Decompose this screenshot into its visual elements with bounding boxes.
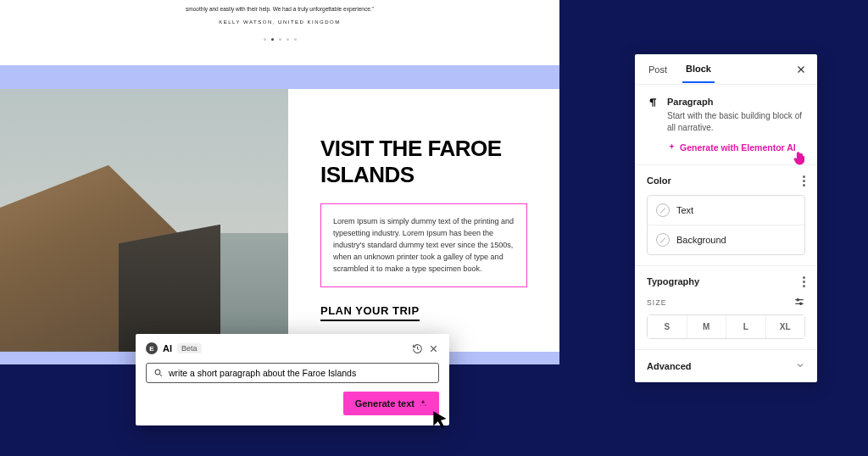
svg-point-0 [155,370,160,375]
paragraph-block-selected[interactable]: Lorem Ipsum is simply dummy text of the … [320,203,527,288]
block-name: Paragraph [667,97,805,107]
advanced-title: Advanced [647,361,692,371]
color-text-option[interactable]: Text [648,196,804,225]
history-icon[interactable] [412,343,423,354]
color-background-option[interactable]: Background [648,225,804,254]
size-segmented: S M L XL [647,314,805,339]
svg-point-1 [425,404,426,405]
hero-title: VISIT THE FAROE ISLANDS [320,136,527,188]
color-section: Color Text Background [635,165,817,266]
hero-section: VISIT THE FAROE ISLANDS Lorem Ipsum is s… [0,89,559,352]
size-xl[interactable]: XL [766,315,805,338]
plan-trip-link[interactable]: PLAN YOUR TRIP [320,304,420,321]
beta-badge: Beta [177,343,202,353]
close-icon[interactable] [428,343,439,354]
testimonial-text: smoothly and easily with their help. We … [68,5,492,14]
svg-point-2 [420,405,421,406]
size-label: SIZE [647,298,667,307]
color-title: Color [647,175,671,186]
ai-prompt-input-wrap[interactable] [146,363,439,383]
color-more-icon[interactable] [803,175,805,186]
advanced-section[interactable]: Advanced [635,350,817,382]
cursor-arrow-icon [430,409,452,434]
testimonial-author: KELLY WATSON, UNITED KINGDOM [68,19,492,27]
swatch-none-icon [656,203,670,217]
size-s[interactable]: S [648,315,687,338]
generate-with-ai-link[interactable]: Generate with Elementor AI [667,142,796,153]
tab-post[interactable]: Post [645,56,670,82]
search-icon [153,368,164,378]
tab-block[interactable]: Block [682,55,715,83]
panel-tabs: Post Block [635,54,817,85]
generate-text-button[interactable]: Generate text [343,392,439,415]
editor-canvas: smoothly and easily with their help. We … [0,0,559,364]
ai-prompt-input[interactable] [169,368,431,378]
slider-icon[interactable] [793,296,805,309]
swatch-none-icon [656,233,670,247]
testimonial-block: smoothly and easily with their help. We … [0,0,559,65]
chevron-down-icon [795,360,805,372]
block-info: Paragraph Start with the basic building … [635,85,817,165]
sparkle-icon [667,143,676,153]
size-m[interactable]: M [687,315,727,338]
svg-point-3 [797,298,798,300]
hero-image [0,89,288,352]
generate-text-label: Generate text [355,398,415,409]
sparkle-icon [419,399,427,408]
block-description: Start with the basic building block of a… [667,110,805,134]
hero-content: VISIT THE FAROE ISLANDS Lorem Ipsum is s… [288,89,559,352]
block-settings-panel: Post Block Paragraph Start with the basi… [635,54,817,382]
ai-prompt-panel: E AI Beta Generate text [136,334,449,425]
typography-section: Typography SIZE S M L XL [635,266,817,350]
typography-more-icon[interactable] [803,276,805,287]
color-bg-label: Background [676,235,726,245]
size-l[interactable]: L [726,315,766,338]
carousel-dots[interactable] [68,27,492,53]
ai-link-label: Generate with Elementor AI [680,142,796,153]
panel-close-icon[interactable] [795,64,807,75]
svg-point-4 [800,303,802,304]
cursor-hand-icon [791,149,808,168]
ai-label: AI [163,343,172,353]
paragraph-icon [647,97,659,108]
color-text-label: Text [676,205,693,215]
elementor-logo-icon: E [146,342,158,354]
typography-title: Typography [647,276,699,286]
